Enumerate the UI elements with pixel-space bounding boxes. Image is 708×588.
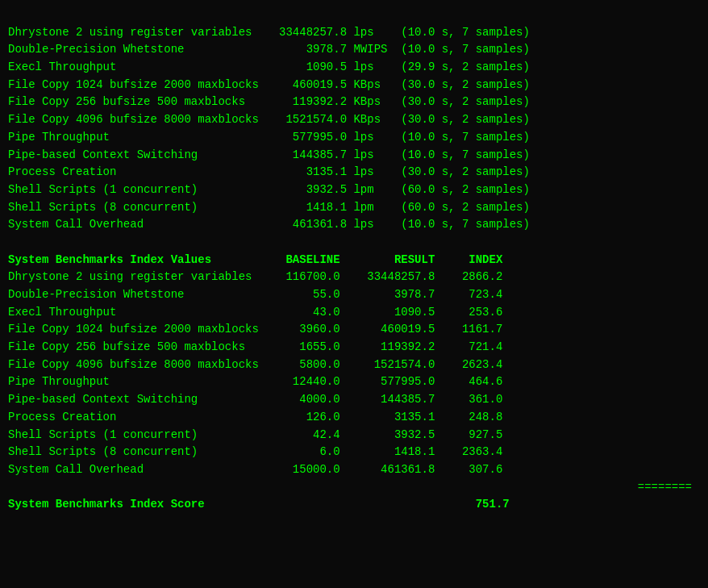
result-row: File Copy 4096 bufsize 8000 maxblocks 15… (8, 111, 700, 129)
index-row: Shell Scripts (1 concurrent) 42.4 3932.5… (8, 427, 700, 444)
index-header-row: System Benchmarks Index Values BASELINE … (8, 252, 700, 269)
index-row: Process Creation 126.0 3135.1 248.8 (8, 409, 700, 427)
terminal-output: Dhrystone 2 using register variables 334… (0, 0, 708, 520)
blank2 (8, 234, 700, 252)
benchmark-score: System Benchmarks Index Score 751.7 (8, 496, 700, 514)
result-row: Execl Throughput 1090.5 lps (29.9 s, 2 s… (8, 59, 700, 77)
index-row: File Copy 1024 bufsize 2000 maxblocks 39… (8, 321, 700, 339)
result-row: File Copy 1024 bufsize 2000 maxblocks 46… (8, 77, 700, 94)
index-row: Pipe-based Context Switching 4000.0 1443… (8, 391, 700, 409)
blank1 (8, 6, 700, 24)
score-row: System Benchmarks Index Score 751.7 (8, 496, 700, 514)
index-row: File Copy 4096 bufsize 8000 maxblocks 58… (8, 357, 700, 374)
index-row: Pipe Throughput 12440.0 577995.0 464.6 (8, 373, 700, 391)
index-row: Shell Scripts (8 concurrent) 6.0 1418.1 … (8, 444, 700, 461)
result-row: Double-Precision Whetstone 3978.7 MWIPS … (8, 41, 700, 59)
results-section: Dhrystone 2 using register variables 334… (8, 24, 700, 234)
index-column-headers: System Benchmarks Index Values BASELINE … (8, 252, 700, 269)
result-row: Pipe Throughput 577995.0 lps (10.0 s, 7 … (8, 129, 700, 147)
index-row: File Copy 256 bufsize 500 maxblocks 1655… (8, 339, 700, 357)
index-section: Dhrystone 2 using register variables 116… (8, 269, 700, 478)
result-row: Shell Scripts (8 concurrent) 1418.1 lpm … (8, 199, 700, 217)
result-row: Shell Scripts (1 concurrent) 3932.5 lpm … (8, 181, 700, 199)
index-row: System Call Overhead 15000.0 461361.8 30… (8, 461, 700, 479)
equals-row: ======== (8, 479, 700, 497)
index-row: Double-Precision Whetstone 55.0 3978.7 7… (8, 286, 700, 304)
index-row: Execl Throughput 43.0 1090.5 253.6 (8, 304, 700, 322)
result-row: System Call Overhead 461361.8 lps (10.0 … (8, 216, 700, 234)
result-row: File Copy 256 bufsize 500 maxblocks 1193… (8, 94, 700, 111)
index-row: Dhrystone 2 using register variables 116… (8, 269, 700, 286)
result-row: Dhrystone 2 using register variables 334… (8, 24, 700, 42)
result-row: Process Creation 3135.1 lps (30.0 s, 2 s… (8, 164, 700, 181)
result-row: Pipe-based Context Switching 144385.7 lp… (8, 147, 700, 165)
